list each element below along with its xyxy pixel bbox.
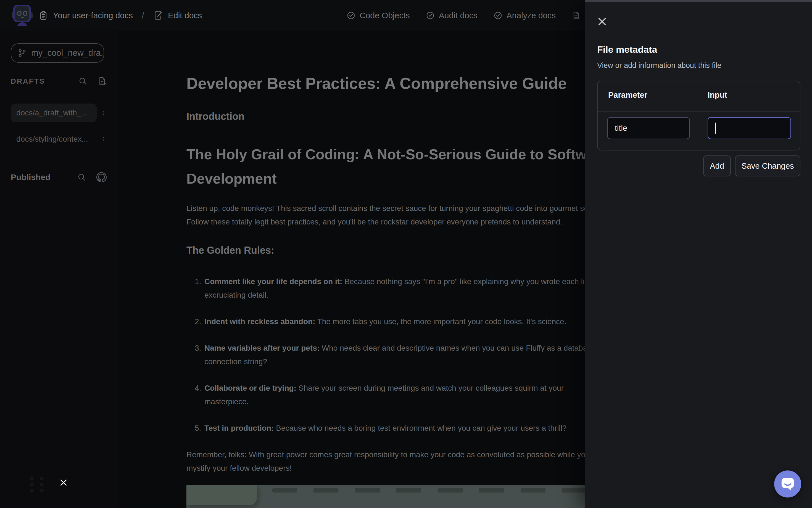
file-icon — [572, 11, 580, 20]
save-changes-button[interactable]: Save Changes — [735, 156, 800, 176]
branch-selector-button[interactable]: my_cool_new_dra... — [11, 43, 104, 63]
list-item-bold: Collaborate or die trying: — [204, 384, 296, 392]
parameter-input[interactable]: title — [607, 117, 690, 139]
text-caret — [715, 123, 716, 134]
add-button[interactable]: Add — [703, 156, 731, 176]
screenshot-card — [187, 485, 257, 505]
robot-logo-icon — [10, 4, 34, 27]
sidebar: my_cool_new_dra... DRAFTS docs/a_draft_w… — [0, 31, 115, 508]
drawer-title: File metadata — [597, 44, 657, 55]
circle-check-icon — [347, 11, 356, 20]
list-number: 3. — [195, 341, 201, 355]
list-number: 4. — [195, 381, 201, 395]
search-icon[interactable] — [77, 173, 86, 182]
kebab-menu-icon[interactable] — [100, 109, 107, 117]
clipboard-icon — [39, 11, 48, 20]
published-header: Published — [11, 172, 107, 183]
drafts-header: DRAFTS — [11, 77, 107, 86]
table-header-divider — [598, 111, 800, 112]
close-icon[interactable] — [597, 16, 608, 27]
drawer-top-highlight — [585, 0, 812, 2]
nav-label: Code Objects — [360, 11, 410, 20]
git-branch-icon — [17, 48, 27, 58]
file-metadata-drawer: File metadata View or add information ab… — [585, 0, 812, 508]
nav-analyze-docs[interactable]: Analyze docs — [494, 11, 556, 20]
draft-item-selected[interactable]: docs/a_draft_with_... — [11, 103, 107, 122]
list-item-text: Who needs clear and descriptive names wh… — [320, 344, 596, 352]
column-header-parameter: Parameter — [608, 91, 647, 100]
breadcrumb-edit-docs[interactable]: Edit docs — [168, 11, 202, 20]
list-item-text: Because who needs a boring test environm… — [274, 424, 566, 432]
metadata-table: Parameter Input title — [597, 81, 800, 151]
list-number: 1. — [195, 275, 201, 288]
list-item-bold: Test in production: — [204, 424, 274, 432]
branch-name: my_cool_new_dra... — [31, 48, 104, 58]
edit-file-icon — [153, 10, 163, 20]
list-item-bold: Indent with reckless abandon: — [204, 317, 315, 326]
list-item-bold: Name variables after your pets: — [204, 344, 320, 352]
list-number: 5. — [195, 421, 201, 435]
chat-bubble-icon — [780, 477, 795, 491]
chat-launcher-button[interactable] — [774, 470, 801, 498]
parameter-value: title — [615, 124, 627, 133]
list-item-text: Share your screen during meetings and wa… — [296, 384, 564, 392]
nav-code-objects[interactable]: Code Objects — [347, 11, 410, 20]
app-root: Your user-facing docs / Edit docs Code O… — [0, 0, 812, 508]
draft-item[interactable]: docs/styling/contex... — [11, 130, 107, 149]
breadcrumb-separator: / — [142, 10, 144, 21]
circle-check-icon — [426, 11, 435, 20]
nav-label: Analyze docs — [506, 11, 556, 20]
value-input-focused[interactable] — [707, 117, 791, 139]
nav-label: Audit docs — [439, 11, 478, 20]
column-header-input: Input — [707, 91, 727, 100]
breadcrumb: Your user-facing docs / Edit docs — [39, 0, 202, 31]
list-number: 2. — [195, 315, 201, 328]
list-item-text: Because nothing says "I'm a pro" like ex… — [342, 277, 601, 286]
list-item-bold: Comment like your life depends on it: — [204, 277, 342, 286]
nav-audit-docs[interactable]: Audit docs — [426, 11, 478, 20]
list-item-text: The more tabs you use, the more importan… — [315, 317, 566, 326]
drawer-subtitle: View or add information about this file — [597, 61, 721, 70]
widget-close-icon[interactable] — [59, 478, 68, 488]
kebab-menu-icon[interactable] — [100, 135, 107, 143]
drag-handle-icon[interactable] — [30, 476, 44, 493]
published-label: Published — [11, 173, 50, 182]
draft-item-name[interactable]: docs/a_draft_with_... — [11, 103, 97, 122]
new-file-icon[interactable] — [97, 77, 107, 86]
drafts-label: DRAFTS — [11, 77, 45, 86]
search-icon[interactable] — [78, 77, 88, 86]
draft-item-name[interactable]: docs/styling/contex... — [11, 130, 97, 149]
github-icon[interactable] — [96, 172, 107, 183]
breadcrumb-docs[interactable]: Your user-facing docs — [53, 11, 133, 20]
circle-check-icon — [494, 11, 502, 20]
